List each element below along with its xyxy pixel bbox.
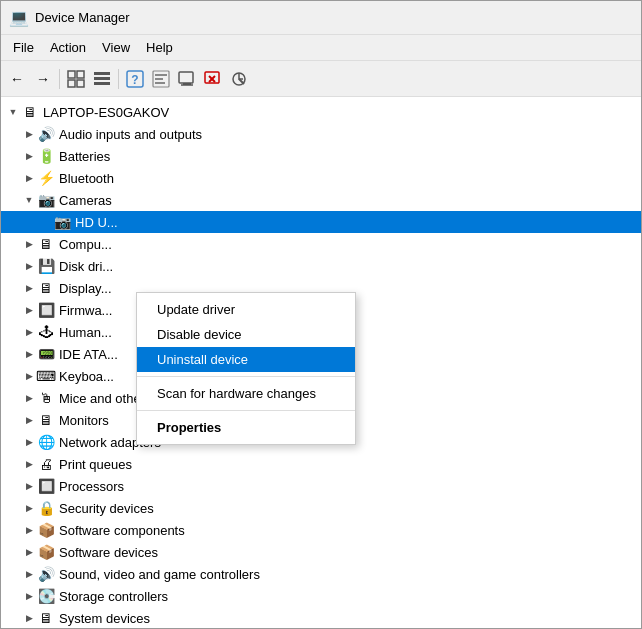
label-hdcam: HD U... bbox=[75, 215, 118, 230]
svg-rect-4 bbox=[94, 72, 110, 75]
arrow-firmware bbox=[21, 302, 37, 318]
icon-system: 🖥 bbox=[37, 609, 55, 627]
tree-item-softdev[interactable]: 📦 Software devices bbox=[1, 541, 641, 563]
arrow-softcomp bbox=[21, 522, 37, 538]
label-security: Security devices bbox=[59, 501, 154, 516]
arrow-audio bbox=[21, 126, 37, 142]
context-menu: Update driver Disable device Uninstall d… bbox=[136, 292, 356, 445]
label-human: Human... bbox=[59, 325, 112, 340]
svg-rect-10 bbox=[155, 74, 167, 76]
label-computer: Compu... bbox=[59, 237, 112, 252]
ctx-separator-2 bbox=[137, 410, 355, 411]
arrow-cameras bbox=[21, 192, 37, 208]
menu-file[interactable]: File bbox=[5, 38, 42, 57]
svg-rect-6 bbox=[94, 82, 110, 85]
arrow-hdcam bbox=[37, 214, 53, 230]
arrow-ideata bbox=[21, 346, 37, 362]
svg-rect-1 bbox=[77, 71, 84, 78]
title-bar-text: Device Manager bbox=[35, 10, 130, 25]
icon-sound: 🔊 bbox=[37, 565, 55, 583]
tree-item-security[interactable]: 🔒 Security devices bbox=[1, 497, 641, 519]
toolbar-sep-1 bbox=[59, 69, 60, 89]
toolbar-sep-2 bbox=[118, 69, 119, 89]
svg-rect-3 bbox=[77, 80, 84, 87]
arrow-keyboard bbox=[21, 368, 37, 384]
tree-item-computer[interactable]: 🖥 Compu... bbox=[1, 233, 641, 255]
tree-item-storage[interactable]: 💽 Storage controllers bbox=[1, 585, 641, 607]
help-button[interactable]: ? bbox=[123, 67, 147, 91]
label-display: Display... bbox=[59, 281, 112, 296]
tree-item-processors[interactable]: 🔲 Processors bbox=[1, 475, 641, 497]
label-softdev: Software devices bbox=[59, 545, 158, 560]
icon-keyboard: ⌨ bbox=[37, 367, 55, 385]
arrow-softdev bbox=[21, 544, 37, 560]
icon-display: 🖥 bbox=[37, 279, 55, 297]
svg-rect-13 bbox=[179, 72, 193, 83]
svg-rect-12 bbox=[155, 82, 165, 84]
ctx-disable-device[interactable]: Disable device bbox=[137, 322, 355, 347]
arrow-network bbox=[21, 434, 37, 450]
icon-bluetooth: ⚡ bbox=[37, 169, 55, 187]
back-button[interactable]: ← bbox=[5, 67, 29, 91]
tree-content[interactable]: 🖥 LAPTOP-ES0GAKOV 🔊 Audio inputs and out… bbox=[1, 97, 641, 628]
icon-ideata: 📟 bbox=[37, 345, 55, 363]
scan-button[interactable] bbox=[227, 67, 251, 91]
tree-item-system[interactable]: 🖥 System devices bbox=[1, 607, 641, 628]
menu-help[interactable]: Help bbox=[138, 38, 181, 57]
label-system: System devices bbox=[59, 611, 150, 626]
title-bar-icon: 💻 bbox=[9, 8, 29, 27]
ctx-properties[interactable]: Properties bbox=[137, 415, 355, 440]
label-audio: Audio inputs and outputs bbox=[59, 127, 202, 142]
computer-button[interactable] bbox=[175, 67, 199, 91]
menu-view[interactable]: View bbox=[94, 38, 138, 57]
label-sound: Sound, video and game controllers bbox=[59, 567, 260, 582]
icon-firmware: 🔲 bbox=[37, 301, 55, 319]
label-monitors: Monitors bbox=[59, 413, 109, 428]
arrow-monitors bbox=[21, 412, 37, 428]
tree-item-hdcam[interactable]: 📷 HD U... bbox=[1, 211, 641, 233]
icon-hdcam: 📷 bbox=[53, 213, 71, 231]
tree-item-cameras[interactable]: 📷 Cameras bbox=[1, 189, 641, 211]
uninstall-button[interactable] bbox=[201, 67, 225, 91]
icon-laptop: 🖥 bbox=[21, 103, 39, 121]
label-diskdrives: Disk dri... bbox=[59, 259, 113, 274]
icon-softdev: 📦 bbox=[37, 543, 55, 561]
tree-item-diskdrives[interactable]: 💾 Disk dri... bbox=[1, 255, 641, 277]
forward-button[interactable]: → bbox=[31, 67, 55, 91]
arrow-print bbox=[21, 456, 37, 472]
toolbar: ← → ? bbox=[1, 61, 641, 97]
ctx-uninstall-device[interactable]: Uninstall device bbox=[137, 347, 355, 372]
arrow-display bbox=[21, 280, 37, 296]
ctx-update-driver[interactable]: Update driver bbox=[137, 297, 355, 322]
resources-button[interactable] bbox=[90, 67, 114, 91]
icon-print: 🖨 bbox=[37, 455, 55, 473]
label-softcomp: Software components bbox=[59, 523, 185, 538]
label-storage: Storage controllers bbox=[59, 589, 168, 604]
tree-item-print[interactable]: 🖨 Print queues bbox=[1, 453, 641, 475]
arrow-diskdrives bbox=[21, 258, 37, 274]
tree-item-sound[interactable]: 🔊 Sound, video and game controllers bbox=[1, 563, 641, 585]
label-print: Print queues bbox=[59, 457, 132, 472]
ctx-scan-hardware[interactable]: Scan for hardware changes bbox=[137, 381, 355, 406]
menu-action[interactable]: Action bbox=[42, 38, 94, 57]
tree-item-audio[interactable]: 🔊 Audio inputs and outputs bbox=[1, 123, 641, 145]
label-bluetooth: Bluetooth bbox=[59, 171, 114, 186]
properties-button[interactable] bbox=[149, 67, 173, 91]
show-devices-button[interactable] bbox=[64, 67, 88, 91]
arrow-sound bbox=[21, 566, 37, 582]
icon-audio: 🔊 bbox=[37, 125, 55, 143]
title-bar: 💻 Device Manager bbox=[1, 1, 641, 35]
arrow-computer bbox=[21, 236, 37, 252]
svg-text:?: ? bbox=[131, 73, 138, 87]
tree-item-laptop[interactable]: 🖥 LAPTOP-ES0GAKOV bbox=[1, 101, 641, 123]
label-ideata: IDE ATA... bbox=[59, 347, 118, 362]
menu-bar: File Action View Help bbox=[1, 35, 641, 61]
icon-computer: 🖥 bbox=[37, 235, 55, 253]
icon-security: 🔒 bbox=[37, 499, 55, 517]
arrow-processors bbox=[21, 478, 37, 494]
arrow-mice bbox=[21, 390, 37, 406]
tree-item-softcomp[interactable]: 📦 Software components bbox=[1, 519, 641, 541]
icon-processors: 🔲 bbox=[37, 477, 55, 495]
tree-item-batteries[interactable]: 🔋 Batteries bbox=[1, 145, 641, 167]
tree-item-bluetooth[interactable]: ⚡ Bluetooth bbox=[1, 167, 641, 189]
